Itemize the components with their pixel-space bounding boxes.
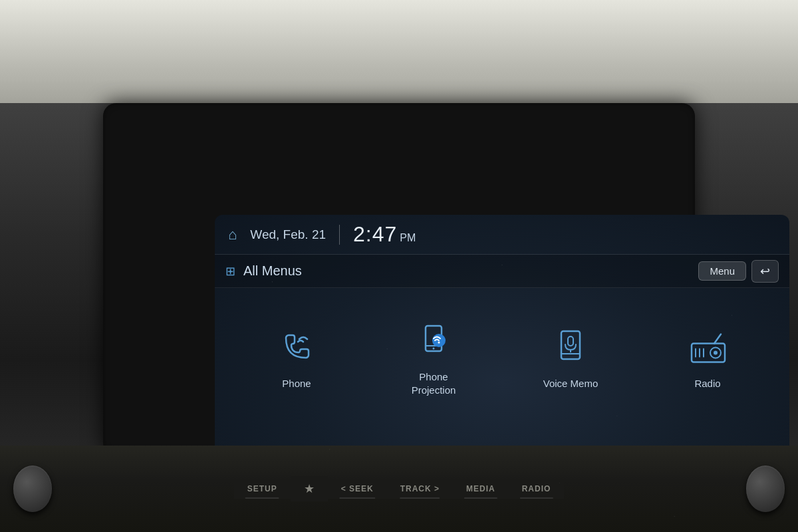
radio-label: Radio bbox=[694, 377, 720, 390]
phone-projection-icon-wrapper bbox=[410, 317, 457, 364]
all-menus-label: All Menus bbox=[243, 263, 698, 279]
seek-button[interactable]: < SEEK bbox=[328, 479, 387, 499]
menu-item-radio[interactable]: Radio bbox=[639, 295, 776, 419]
svg-line-10 bbox=[714, 334, 721, 343]
media-physical-button[interactable]: MEDIA bbox=[453, 479, 509, 499]
menu-button[interactable]: Menu bbox=[698, 261, 746, 281]
phone-projection-label: PhoneProjection bbox=[412, 370, 456, 396]
back-button[interactable]: ↩ bbox=[751, 260, 779, 283]
header-bar: ⌂ Wed, Feb. 21 2:47 PM bbox=[215, 215, 789, 255]
radio-icon bbox=[686, 327, 730, 367]
voice-memo-icon-wrapper bbox=[547, 324, 594, 370]
sub-header: ⊞ All Menus Menu ↩ bbox=[215, 255, 789, 288]
track-button[interactable]: TRACK > bbox=[387, 479, 453, 499]
phone-icon bbox=[277, 327, 317, 367]
header-divider bbox=[339, 225, 340, 245]
grid-icon: ⊞ bbox=[225, 264, 235, 279]
bottom-controls: SETUP ★ < SEEK TRACK > MEDIA RADIO bbox=[0, 446, 798, 532]
radio-physical-button[interactable]: RADIO bbox=[509, 479, 565, 499]
menu-item-phone-projection[interactable]: PhoneProjection bbox=[365, 295, 502, 419]
left-dial[interactable] bbox=[13, 466, 52, 512]
time-display: 2:47 bbox=[353, 222, 397, 247]
time-ampm: PM bbox=[400, 232, 416, 247]
radio-icon-wrapper bbox=[684, 324, 731, 370]
voice-memo-label: Voice Memo bbox=[543, 377, 598, 390]
svg-point-2 bbox=[433, 348, 435, 350]
svg-rect-9 bbox=[692, 343, 725, 362]
right-dial[interactable] bbox=[746, 466, 785, 512]
buttons-row: SETUP ★ < SEEK TRACK > MEDIA RADIO bbox=[65, 476, 733, 501]
menu-item-voice-memo[interactable]: Voice Memo bbox=[502, 295, 639, 419]
phone-icon-wrapper bbox=[273, 324, 320, 370]
menu-item-phone[interactable]: Phone bbox=[228, 295, 365, 419]
svg-rect-7 bbox=[568, 336, 573, 346]
svg-point-4 bbox=[438, 342, 440, 344]
phone-projection-icon bbox=[414, 321, 454, 360]
setup-physical-button[interactable]: SETUP bbox=[234, 479, 291, 499]
showroom-background bbox=[0, 0, 798, 113]
favorite-button[interactable]: ★ bbox=[291, 476, 328, 501]
home-icon[interactable]: ⌂ bbox=[228, 226, 237, 243]
screen-bezel: ⌂ Wed, Feb. 21 2:47 PM ⊞ All Menus Menu … bbox=[103, 103, 695, 456]
phone-label: Phone bbox=[282, 377, 311, 390]
date-time-area: Wed, Feb. 21 2:47 PM bbox=[250, 222, 776, 247]
svg-point-15 bbox=[714, 350, 718, 354]
voice-memo-icon bbox=[551, 327, 591, 367]
date-display: Wed, Feb. 21 bbox=[250, 227, 326, 242]
